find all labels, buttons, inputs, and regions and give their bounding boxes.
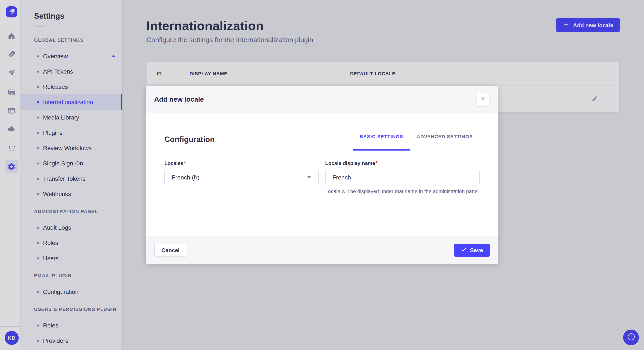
modal-title: Add new locale [154,95,204,103]
chevron-down-icon [307,176,311,178]
display-name-helper: Locale will be displayed under that name… [325,188,480,195]
modal-body: Configuration BASIC SETTINGS ADVANCED SE… [146,113,498,236]
configuration-heading: Configuration [164,134,215,145]
locales-select[interactable]: French (fr) [164,169,318,185]
close-icon [480,96,486,103]
modal-footer: Cancel Save [146,236,498,264]
close-modal-button[interactable] [476,93,490,106]
tab-basic-settings[interactable]: BASIC SETTINGS [353,128,410,145]
cancel-button[interactable]: Cancel [154,243,187,257]
app-root: KD Settings GLOBAL SETTINGS Overview API… [0,0,644,350]
display-name-label: Locale display name [325,160,375,166]
save-button[interactable]: Save [454,243,490,257]
required-asterisk: * [184,160,186,166]
display-name-input[interactable] [325,169,480,185]
check-icon [461,246,466,254]
locales-select-value: French (fr) [172,174,200,180]
display-name-field: Locale display name* Locale will be disp… [325,160,480,195]
required-asterisk: * [376,160,378,166]
locales-label: Locales [164,160,183,166]
add-locale-modal: Add new locale Configuration BASIC SETTI… [146,86,498,264]
locales-field: Locales* French (fr) [164,160,318,195]
settings-tabs: BASIC SETTINGS ADVANCED SETTINGS [353,128,480,145]
tab-advanced-settings[interactable]: ADVANCED SETTINGS [410,128,480,145]
modal-header: Add new locale [146,86,498,113]
tabs-divider [164,150,480,150]
